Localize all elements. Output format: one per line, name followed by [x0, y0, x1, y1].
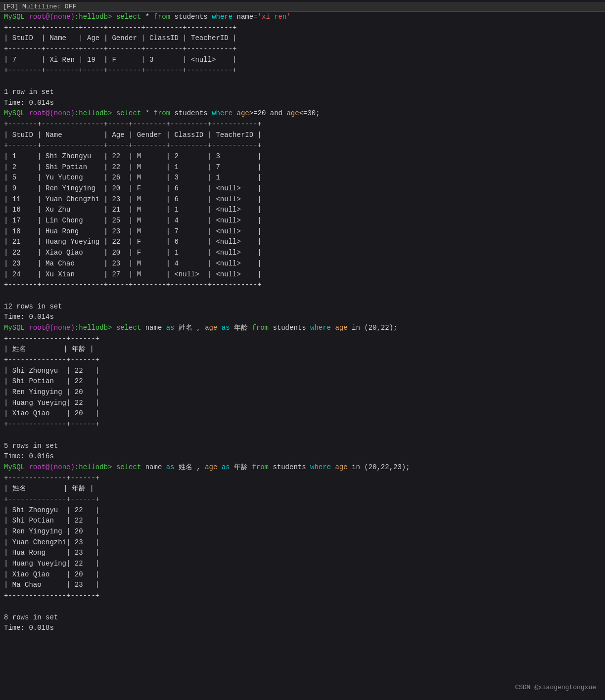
prompt-none-3: (none)	[49, 323, 74, 334]
table-row: | 24 | Xu Xian | 27 | M | <null> | <null…	[0, 269, 605, 280]
kw-select-2: select	[116, 108, 145, 119]
title-bar: [F3] Multiline: OFF	[0, 2, 605, 12]
col-age-3b: age	[335, 323, 352, 334]
time-2: Time: 0.014s	[0, 312, 605, 323]
table-row: | Shi Potian | 22 |	[0, 376, 605, 387]
prompt-db-4: :hellodb>	[75, 462, 116, 473]
table-row: | Shi Zhongyu | 22 |	[0, 505, 605, 516]
kw-as-4a: as	[166, 462, 179, 473]
query-block-1: MySQL root@(none):hellodb> select * from…	[0, 12, 605, 108]
kw-star-1: *	[145, 12, 154, 23]
prompt-db-3: :hellodb>	[75, 323, 116, 334]
col-age-2b: age	[286, 108, 299, 119]
sep-bot-4: +--------------+------+	[0, 591, 605, 602]
kw-as-3a: as	[166, 323, 179, 334]
time-3: Time: 0.016s	[0, 451, 605, 462]
prompt-user-3: root@	[29, 323, 49, 334]
tbl-students-2: students	[175, 108, 212, 119]
table-row: | Ren Yingying | 20 |	[0, 526, 605, 537]
prompt-line-2: MySQL root@(none):hellodb> select * from…	[0, 108, 605, 119]
alias-nl-3: 年龄	[234, 323, 252, 334]
table-row: | 2 | Shi Potian | 22 | M | 1 | 7 |	[0, 162, 605, 173]
header-3: | 姓名 | 年龄 |	[0, 344, 605, 355]
kw-from-4: from	[252, 462, 273, 473]
table-row: | 17 | Lin Chong | 25 | M | 4 | <null> |	[0, 216, 605, 226]
table-row: | Ren Yingying | 20 |	[0, 387, 605, 398]
summary-4: 8 rows in set	[0, 612, 605, 623]
alias-xm-3: 姓名 ,	[179, 323, 205, 334]
table-row: | Shi Zhongyu | 22 |	[0, 366, 605, 377]
alias-nl-4: 年龄	[234, 462, 252, 473]
kw-from-1: from	[154, 12, 175, 23]
kw-where-1: where	[212, 12, 236, 23]
sep-top-1: +--------+--------+-----+--------+------…	[0, 23, 605, 34]
query-block-2: MySQL root@(none):hellodb> select * from…	[0, 108, 605, 323]
table-row: | 5 | Yu Yutong | 26 | M | 3 | 1 |	[0, 173, 605, 183]
sep-top-3: +--------------+------+	[0, 334, 605, 345]
table-row: | Shi Potian | 22 |	[0, 516, 605, 526]
summary-2: 12 rows in set	[0, 302, 605, 312]
prompt-user-1: root@	[29, 12, 49, 23]
kw-select-1: select	[116, 12, 145, 23]
table-row: | 9 | Ren Yingying | 20 | F | 6 | <null>…	[0, 183, 605, 194]
kw-from-3: from	[252, 323, 273, 334]
table-row: | 23 | Ma Chao | 23 | M | 4 | <null> |	[0, 259, 605, 269]
header-1: | StuID | Name | Age | Gender | ClassID …	[0, 33, 605, 44]
table-row: | Xiao Qiao | 20 |	[0, 569, 605, 580]
table-row: | Xiao Qiao | 20 |	[0, 408, 605, 419]
prompt-mysql-4: MySQL	[4, 462, 29, 473]
terminal: [F3] Multiline: OFF MySQL root@(none):he…	[0, 0, 605, 700]
kw-where-3: where	[310, 323, 335, 334]
table-row: | 7 | Xi Ren | 19 | F | 3 | <null> |	[0, 55, 605, 66]
summary-3: 5 rows in set	[0, 441, 605, 452]
op-gte-2: >=20 and	[249, 108, 287, 119]
table-row: | 21 | Huang Yueying | 22 | F | 6 | <nul…	[0, 237, 605, 248]
op-in-4: in (20,22,23);	[352, 462, 410, 473]
col-age-3: age	[205, 323, 222, 334]
header-2: | StuID | Name | Age | Gender | ClassID …	[0, 130, 605, 141]
tbl-students-4: students	[273, 462, 310, 473]
col-age-4: age	[205, 462, 222, 473]
col-name-4: name	[145, 462, 166, 473]
table-row: | 11 | Yuan Chengzhi | 23 | M | 6 | <nul…	[0, 194, 605, 205]
table-row: | Huang Yueying| 22 |	[0, 559, 605, 569]
time-4: Time: 0.018s	[0, 623, 605, 634]
prompt-db-1: :hellodb>	[75, 12, 116, 23]
kw-from-2: from	[154, 108, 175, 119]
sep-mid-4: +--------------+------+	[0, 494, 605, 505]
sep-top-4: +--------------+------+	[0, 473, 605, 484]
kw-where-2: where	[212, 108, 236, 119]
sep-bot-3: +--------------+------+	[0, 419, 605, 430]
table-row: | Ma Chao | 23 |	[0, 580, 605, 591]
prompt-line-1: MySQL root@(none):hellodb> select * from…	[0, 12, 605, 23]
table-row: | 18 | Hua Rong | 23 | M | 7 | <null> |	[0, 226, 605, 237]
col-age-2a: age	[237, 108, 249, 119]
blank-3	[0, 430, 605, 441]
sep-mid-1: +--------+--------+-----+--------+------…	[0, 44, 605, 55]
prompt-db-2: :hellodb>	[75, 108, 116, 119]
prompt-line-4: MySQL root@(none):hellodb> select name a…	[0, 462, 605, 473]
prompt-none-4: (none)	[49, 462, 74, 473]
query-block-3: MySQL root@(none):hellodb> select name a…	[0, 323, 605, 462]
col-name-1: name=	[237, 12, 258, 23]
op-in-3: in (20,22);	[352, 323, 397, 334]
blank-1	[0, 76, 605, 87]
table-row: | 1 | Shi Zhongyu | 22 | M | 2 | 3 |	[0, 151, 605, 162]
prompt-mysql-2: MySQL	[4, 108, 29, 119]
query-block-4: MySQL root@(none):hellodb> select name a…	[0, 462, 605, 634]
tbl-students-1: students	[175, 12, 212, 23]
prompt-mysql-1: MySQL	[4, 12, 29, 23]
prompt-mysql-3: MySQL	[4, 323, 29, 334]
summary-1: 1 row in set	[0, 87, 605, 98]
sep-top-2: +-------+---------------+-----+--------+…	[0, 119, 605, 130]
credit-label: CSDN @xiaogengtongxue	[515, 684, 596, 691]
sep-bot-1: +--------+--------+-----+--------+------…	[0, 65, 605, 76]
kw-select-3: select	[116, 323, 145, 334]
table-row: | 22 | Xiao Qiao | 20 | F | 1 | <null> |	[0, 248, 605, 259]
prompt-none-1: (none)	[49, 12, 74, 23]
sep-mid-2: +-------+---------------+-----+--------+…	[0, 140, 605, 151]
prompt-line-3: MySQL root@(none):hellodb> select name a…	[0, 323, 605, 334]
table-row: | Huang Yueying| 22 |	[0, 398, 605, 409]
kw-as-3b: as	[222, 323, 234, 334]
kw-star-2: *	[145, 108, 154, 119]
